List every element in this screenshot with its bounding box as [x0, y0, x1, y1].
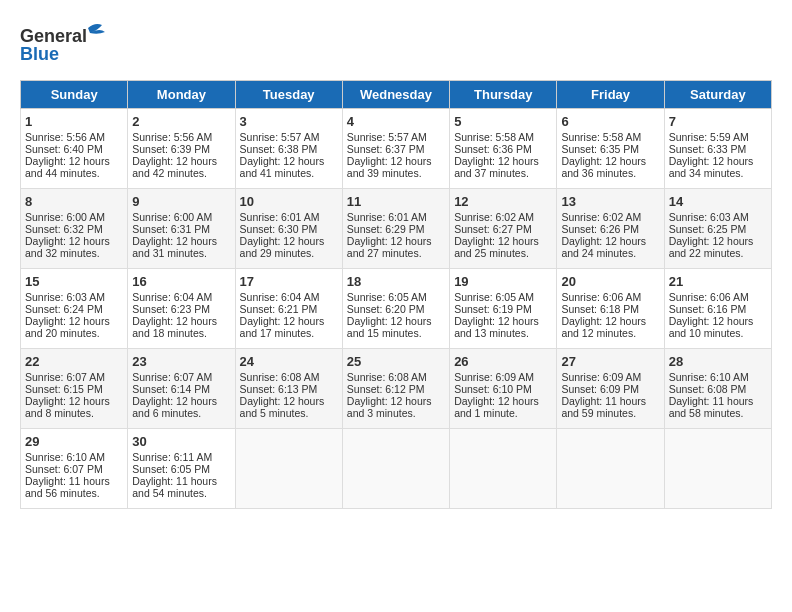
sunset: Sunset: 6:36 PM [454, 143, 532, 155]
daylight: Daylight: 11 hours and 54 minutes. [132, 475, 217, 499]
sunset: Sunset: 6:39 PM [132, 143, 210, 155]
daylight: Daylight: 12 hours and 12 minutes. [561, 315, 646, 339]
day-number: 17 [240, 274, 338, 289]
day-number: 15 [25, 274, 123, 289]
sunset: Sunset: 6:14 PM [132, 383, 210, 395]
sunrise: Sunrise: 5:58 AM [561, 131, 641, 143]
svg-text:Blue: Blue [20, 44, 59, 64]
sunrise: Sunrise: 6:03 AM [25, 291, 105, 303]
daylight: Daylight: 12 hours and 8 minutes. [25, 395, 110, 419]
sunrise: Sunrise: 6:06 AM [561, 291, 641, 303]
col-header-saturday: Saturday [664, 81, 771, 109]
calendar-cell: 28Sunrise: 6:10 AMSunset: 6:08 PMDayligh… [664, 349, 771, 429]
calendar-table: SundayMondayTuesdayWednesdayThursdayFrid… [20, 80, 772, 509]
calendar-cell: 9Sunrise: 6:00 AMSunset: 6:31 PMDaylight… [128, 189, 235, 269]
day-number: 16 [132, 274, 230, 289]
calendar-cell: 3Sunrise: 5:57 AMSunset: 6:38 PMDaylight… [235, 109, 342, 189]
daylight: Daylight: 12 hours and 24 minutes. [561, 235, 646, 259]
calendar-cell: 11Sunrise: 6:01 AMSunset: 6:29 PMDayligh… [342, 189, 449, 269]
daylight: Daylight: 12 hours and 44 minutes. [25, 155, 110, 179]
sunrise: Sunrise: 6:11 AM [132, 451, 212, 463]
calendar-cell: 7Sunrise: 5:59 AMSunset: 6:33 PMDaylight… [664, 109, 771, 189]
col-header-tuesday: Tuesday [235, 81, 342, 109]
daylight: Daylight: 12 hours and 20 minutes. [25, 315, 110, 339]
col-header-friday: Friday [557, 81, 664, 109]
sunrise: Sunrise: 5:58 AM [454, 131, 534, 143]
sunset: Sunset: 6:13 PM [240, 383, 318, 395]
sunrise: Sunrise: 6:00 AM [132, 211, 212, 223]
calendar-cell: 1Sunrise: 5:56 AMSunset: 6:40 PMDaylight… [21, 109, 128, 189]
sunset: Sunset: 6:33 PM [669, 143, 747, 155]
sunrise: Sunrise: 6:06 AM [669, 291, 749, 303]
calendar-cell: 13Sunrise: 6:02 AMSunset: 6:26 PMDayligh… [557, 189, 664, 269]
day-number: 1 [25, 114, 123, 129]
calendar-week-3: 15Sunrise: 6:03 AMSunset: 6:24 PMDayligh… [21, 269, 772, 349]
sunset: Sunset: 6:23 PM [132, 303, 210, 315]
day-number: 7 [669, 114, 767, 129]
day-number: 24 [240, 354, 338, 369]
svg-text:General: General [20, 26, 87, 46]
sunrise: Sunrise: 6:08 AM [347, 371, 427, 383]
sunset: Sunset: 6:37 PM [347, 143, 425, 155]
calendar-cell: 25Sunrise: 6:08 AMSunset: 6:12 PMDayligh… [342, 349, 449, 429]
daylight: Daylight: 12 hours and 41 minutes. [240, 155, 325, 179]
daylight: Daylight: 12 hours and 29 minutes. [240, 235, 325, 259]
daylight: Daylight: 12 hours and 22 minutes. [669, 235, 754, 259]
calendar-cell: 8Sunrise: 6:00 AMSunset: 6:32 PMDaylight… [21, 189, 128, 269]
day-number: 25 [347, 354, 445, 369]
sunrise: Sunrise: 6:01 AM [240, 211, 320, 223]
day-number: 27 [561, 354, 659, 369]
day-number: 13 [561, 194, 659, 209]
sunrise: Sunrise: 6:09 AM [561, 371, 641, 383]
day-number: 6 [561, 114, 659, 129]
calendar-week-5: 29Sunrise: 6:10 AMSunset: 6:07 PMDayligh… [21, 429, 772, 509]
sunset: Sunset: 6:15 PM [25, 383, 103, 395]
calendar-cell: 4Sunrise: 5:57 AMSunset: 6:37 PMDaylight… [342, 109, 449, 189]
day-number: 18 [347, 274, 445, 289]
day-number: 12 [454, 194, 552, 209]
calendar-cell: 10Sunrise: 6:01 AMSunset: 6:30 PMDayligh… [235, 189, 342, 269]
day-number: 11 [347, 194, 445, 209]
daylight: Daylight: 12 hours and 42 minutes. [132, 155, 217, 179]
sunrise: Sunrise: 6:02 AM [561, 211, 641, 223]
calendar-week-2: 8Sunrise: 6:00 AMSunset: 6:32 PMDaylight… [21, 189, 772, 269]
sunset: Sunset: 6:19 PM [454, 303, 532, 315]
day-number: 4 [347, 114, 445, 129]
day-number: 26 [454, 354, 552, 369]
col-header-wednesday: Wednesday [342, 81, 449, 109]
sunrise: Sunrise: 5:57 AM [347, 131, 427, 143]
day-number: 20 [561, 274, 659, 289]
sunset: Sunset: 6:21 PM [240, 303, 318, 315]
daylight: Daylight: 12 hours and 17 minutes. [240, 315, 325, 339]
sunrise: Sunrise: 6:05 AM [454, 291, 534, 303]
daylight: Daylight: 11 hours and 56 minutes. [25, 475, 110, 499]
day-number: 29 [25, 434, 123, 449]
sunrise: Sunrise: 6:03 AM [669, 211, 749, 223]
calendar-cell: 19Sunrise: 6:05 AMSunset: 6:19 PMDayligh… [450, 269, 557, 349]
daylight: Daylight: 12 hours and 39 minutes. [347, 155, 432, 179]
sunrise: Sunrise: 5:57 AM [240, 131, 320, 143]
calendar-cell [342, 429, 449, 509]
sunset: Sunset: 6:35 PM [561, 143, 639, 155]
calendar-cell: 5Sunrise: 5:58 AMSunset: 6:36 PMDaylight… [450, 109, 557, 189]
sunset: Sunset: 6:25 PM [669, 223, 747, 235]
sunrise: Sunrise: 5:56 AM [132, 131, 212, 143]
daylight: Daylight: 12 hours and 36 minutes. [561, 155, 646, 179]
sunset: Sunset: 6:10 PM [454, 383, 532, 395]
daylight: Daylight: 12 hours and 27 minutes. [347, 235, 432, 259]
calendar-cell: 18Sunrise: 6:05 AMSunset: 6:20 PMDayligh… [342, 269, 449, 349]
day-number: 5 [454, 114, 552, 129]
daylight: Daylight: 11 hours and 58 minutes. [669, 395, 754, 419]
calendar-cell [450, 429, 557, 509]
sunset: Sunset: 6:38 PM [240, 143, 318, 155]
calendar-cell: 23Sunrise: 6:07 AMSunset: 6:14 PMDayligh… [128, 349, 235, 429]
sunrise: Sunrise: 6:10 AM [669, 371, 749, 383]
day-number: 9 [132, 194, 230, 209]
daylight: Daylight: 12 hours and 25 minutes. [454, 235, 539, 259]
sunset: Sunset: 6:16 PM [669, 303, 747, 315]
day-number: 28 [669, 354, 767, 369]
calendar-cell: 17Sunrise: 6:04 AMSunset: 6:21 PMDayligh… [235, 269, 342, 349]
calendar-cell [557, 429, 664, 509]
day-number: 21 [669, 274, 767, 289]
calendar-week-1: 1Sunrise: 5:56 AMSunset: 6:40 PMDaylight… [21, 109, 772, 189]
